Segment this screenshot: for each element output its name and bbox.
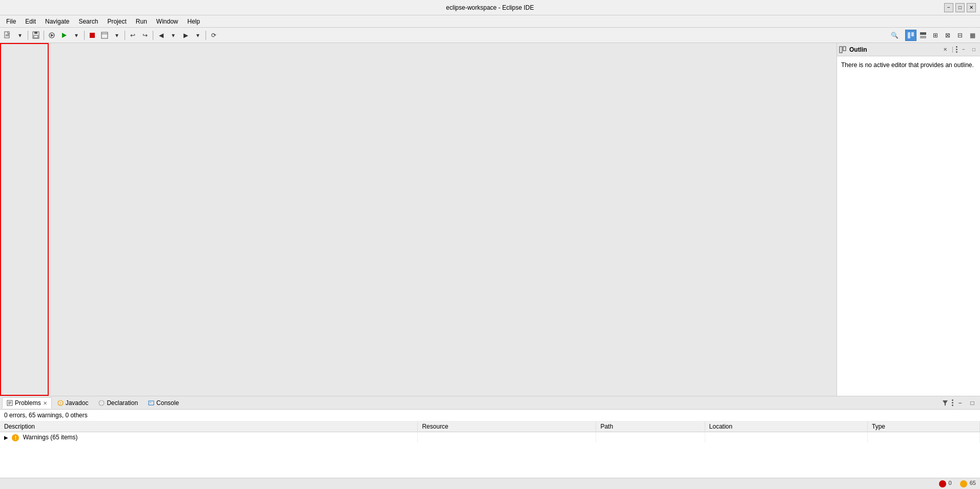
tab-javadoc[interactable]: J Javadoc: [53, 397, 93, 409]
forward-button[interactable]: ▶: [180, 30, 191, 41]
main-content: Outlin ✕ − □ There is no active editor t…: [0, 43, 980, 478]
console-icon: [148, 400, 154, 406]
col-description[interactable]: Description: [0, 421, 418, 432]
svg-rect-16: [840, 47, 842, 53]
undo-button[interactable]: ↩: [127, 30, 138, 41]
close-button[interactable]: ✕: [967, 3, 976, 12]
separator-4: [125, 31, 125, 40]
outline-panel-title: Outlin: [849, 46, 939, 53]
problems-icon: [7, 400, 13, 406]
panel-minimize-button[interactable]: −: [954, 397, 966, 409]
left-panel: [0, 43, 49, 396]
menu-run[interactable]: Run: [132, 17, 151, 26]
menu-edit[interactable]: Edit: [21, 17, 40, 26]
back-dropdown[interactable]: ▾: [168, 30, 179, 41]
perspective-btn-4[interactable]: ⊠: [942, 30, 953, 41]
bottom-area: Problems ✕ J Javadoc Declaration: [0, 396, 980, 478]
editor-area: Outlin ✕ − □ There is no active editor t…: [0, 43, 980, 396]
col-location[interactable]: Location: [705, 421, 867, 432]
new-dropdown-button[interactable]: ▾: [14, 30, 26, 41]
debug-icon-button[interactable]: [46, 30, 57, 41]
menu-search[interactable]: Search: [74, 17, 102, 26]
new-button[interactable]: [2, 30, 13, 41]
problems-table: Description Resource Path Location Type …: [0, 421, 980, 478]
outline-close-icon[interactable]: ✕: [941, 46, 949, 54]
svg-marker-27: [943, 400, 948, 406]
separator-6: [206, 31, 206, 40]
tab-problems[interactable]: Problems ✕: [2, 397, 52, 409]
status-right: 0 65: [939, 480, 976, 487]
menu-window[interactable]: Window: [152, 17, 182, 26]
tab-declaration[interactable]: Declaration: [94, 397, 142, 409]
perspective-btn-3[interactable]: ⊞: [930, 30, 941, 41]
save-button[interactable]: [30, 30, 42, 41]
title-bar-controls: − □ ✕: [944, 3, 976, 12]
warning-label: Warnings (65 items): [23, 434, 78, 441]
redo-button[interactable]: ↪: [139, 30, 151, 41]
svg-point-24: [99, 400, 104, 406]
outline-minimize-icon[interactable]: −: [959, 46, 968, 54]
outline-message: There is no active editor that provides …: [841, 60, 974, 70]
location-cell: [705, 432, 867, 443]
run-button[interactable]: [58, 30, 70, 41]
svg-rect-10: [101, 32, 108, 38]
outline-more-icon[interactable]: [956, 46, 957, 53]
center-editor[interactable]: [49, 43, 836, 396]
svg-rect-12: [908, 32, 910, 38]
title-bar-title: eclipse-workspace - Eclipse IDE: [446, 4, 534, 11]
menu-help[interactable]: Help: [183, 17, 205, 26]
perspective-toolbar: ⊞ ⊠ ⊟ ▦: [905, 30, 978, 41]
description-cell[interactable]: ▶ Warnings (65 items): [0, 432, 418, 443]
separator-5: [153, 31, 153, 40]
expand-arrow[interactable]: ▶: [4, 435, 8, 440]
menu-navigate[interactable]: Navigate: [41, 17, 73, 26]
svg-marker-7: [51, 34, 54, 37]
svg-rect-15: [920, 36, 926, 38]
perspective-btn-2[interactable]: [917, 30, 929, 41]
warning-icon: [12, 434, 19, 441]
toolbar: ▾ ▾ ▾ ↩ ↪ ◀ ▾ ▶ ▾ ⟳ 🔍 ⊞ ⊠ ⊟ ▦: [0, 28, 980, 43]
more-options-icon[interactable]: [952, 399, 953, 406]
title-bar: eclipse-workspace - Eclipse IDE − □ ✕: [0, 0, 980, 15]
search-icon[interactable]: 🔍: [889, 30, 900, 41]
build-dropdown-button[interactable]: ▾: [111, 30, 122, 41]
forward-dropdown[interactable]: ▾: [192, 30, 203, 41]
perspective-btn-1[interactable]: [905, 30, 916, 41]
svg-rect-4: [34, 32, 37, 34]
status-warning-count: 65: [960, 480, 976, 487]
menu-file[interactable]: File: [2, 17, 20, 26]
perspective-btn-6[interactable]: ▦: [967, 30, 978, 41]
minimize-button[interactable]: −: [944, 3, 953, 12]
svg-rect-14: [920, 32, 926, 35]
filter-button[interactable]: [940, 397, 951, 409]
status-error-icon: [939, 480, 946, 487]
outline-panel-body: There is no active editor that provides …: [837, 56, 980, 396]
tab-console-label: Console: [156, 399, 179, 407]
menu-project[interactable]: Project: [103, 17, 130, 26]
path-cell: [596, 432, 705, 443]
maximize-button[interactable]: □: [955, 3, 965, 12]
bottom-content: 0 errors, 65 warnings, 0 others Descript…: [0, 410, 980, 478]
table-header-row: Description Resource Path Location Type: [0, 421, 980, 432]
separator-2: [44, 31, 44, 40]
tab-problems-close[interactable]: ✕: [43, 400, 47, 406]
bottom-tabs: Problems ✕ J Javadoc Declaration: [0, 396, 980, 410]
panel-maximize-button[interactable]: □: [967, 397, 978, 409]
svg-rect-13: [911, 32, 914, 36]
col-type[interactable]: Type: [868, 421, 980, 432]
back-button[interactable]: ◀: [155, 30, 167, 41]
svg-text:J: J: [59, 401, 61, 405]
tab-declaration-label: Declaration: [107, 399, 138, 407]
tab-console[interactable]: Console: [144, 397, 183, 409]
separator-3: [84, 31, 85, 40]
run-dropdown-button[interactable]: ▾: [71, 30, 82, 41]
perspective-btn-5[interactable]: ⊟: [954, 30, 966, 41]
stop-button[interactable]: [87, 30, 98, 41]
col-path[interactable]: Path: [596, 421, 705, 432]
refresh-button[interactable]: ⟳: [208, 30, 219, 41]
status-warning-icon: [960, 480, 967, 487]
build-button[interactable]: [99, 30, 110, 41]
outline-maximize-icon[interactable]: □: [970, 46, 978, 54]
type-cell: [868, 432, 980, 443]
col-resource[interactable]: Resource: [418, 421, 596, 432]
